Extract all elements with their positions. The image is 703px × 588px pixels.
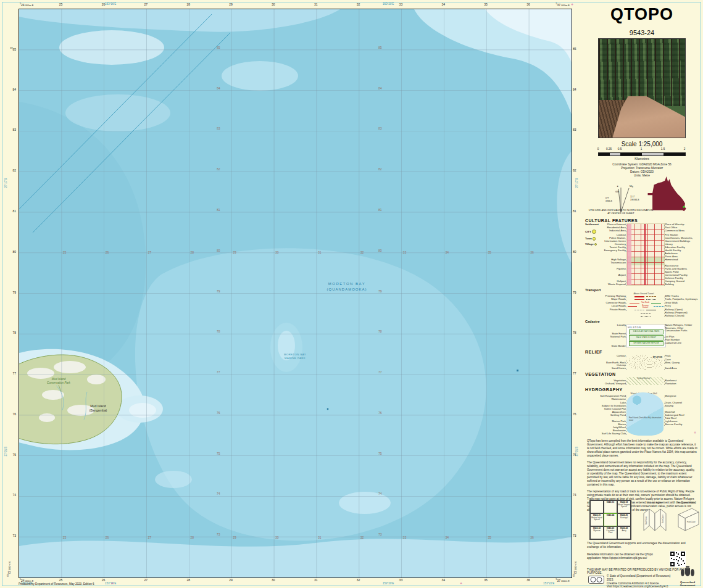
interior-grid-number: 79 bbox=[378, 289, 382, 293]
index-cell-current[interactable]: 9543-24 bbox=[604, 513, 617, 526]
adjacent-sheets-index: 9543-139543-12Mount Tempest Special9543-… bbox=[589, 500, 631, 540]
legend-heading-cadastre: Cadastre bbox=[585, 320, 699, 323]
index-cell[interactable]: 9543-21Kooringal bbox=[617, 513, 631, 526]
grid-label: 33 bbox=[399, 3, 403, 6]
graticule-label: 153°20'E bbox=[383, 582, 394, 586]
line-sample-trail bbox=[646, 299, 656, 300]
leader-line bbox=[626, 423, 627, 426]
interior-grid-number: 29 bbox=[233, 251, 236, 254]
leader-line bbox=[664, 230, 665, 232]
leader-line bbox=[626, 405, 627, 407]
legend-heading-relief: RELIEF bbox=[585, 350, 699, 354]
leader-line bbox=[626, 383, 627, 385]
interior-grid-number: 82 bbox=[378, 167, 382, 171]
index-cell[interactable]: 9543-31Bishop Island Special bbox=[590, 513, 604, 526]
leader-line bbox=[626, 298, 627, 300]
copyright-line: © State of Queensland (Department of Res… bbox=[607, 574, 675, 582]
interior-grid-number: 31 bbox=[318, 536, 322, 539]
leader-line bbox=[664, 336, 665, 338]
corner-easting-label: 537 000m E bbox=[556, 579, 570, 582]
leader-line bbox=[626, 379, 627, 382]
leader-line bbox=[626, 274, 627, 276]
legend-sample-cell bbox=[628, 308, 663, 310]
legend-right-label: Rescue Facility bbox=[665, 423, 699, 426]
legend-section-vegetation: VEGETATIONSparse DenseVegetationRainfore… bbox=[585, 372, 699, 386]
legend-heading-vegetation: VEGETATION bbox=[585, 372, 699, 376]
grid-label: 27 bbox=[144, 579, 148, 582]
grid-label: 26 bbox=[102, 3, 106, 6]
interior-grid-number: 85 bbox=[378, 46, 382, 49]
scale-unit: Kilometres bbox=[583, 157, 701, 160]
line-sample-railp bbox=[641, 313, 651, 313]
scale-bar-ticks: 00.250.511.52 bbox=[598, 147, 684, 151]
front-cover-label: Front Cover bbox=[662, 515, 664, 523]
grid-label: 74 bbox=[5, 494, 16, 497]
conservation-park-label: Mud Island bbox=[52, 378, 66, 381]
leader-line bbox=[626, 277, 627, 279]
legend-row: Waste DisposalBuilding bbox=[585, 283, 699, 286]
index-cell[interactable]: 9543-12Mount Tempest Special bbox=[617, 500, 631, 513]
index-cell[interactable]: 9543-13 bbox=[604, 500, 617, 513]
index-cell[interactable]: 9543-22Amity bbox=[617, 526, 631, 539]
legend-left-label: Settling Pond bbox=[598, 414, 626, 417]
front-cover-label: Front Cover bbox=[687, 521, 696, 523]
leader-line bbox=[664, 411, 665, 413]
grid-label: 27 bbox=[144, 3, 148, 6]
interior-grid-number: 81 bbox=[217, 208, 220, 212]
grid-label: 29 bbox=[229, 579, 233, 582]
scale-label: Scale 1:25,000 bbox=[583, 141, 701, 147]
legend-group-label: Town bbox=[585, 237, 598, 241]
interior-grid-number: 74 bbox=[378, 492, 382, 495]
index-cell[interactable]: 9543-23Cucumber Point bbox=[604, 526, 617, 539]
leader-line bbox=[626, 315, 627, 317]
grid-label: 81 bbox=[573, 210, 576, 213]
back-cover-label: Back Cover bbox=[645, 516, 647, 524]
leader-line bbox=[664, 246, 665, 249]
grid-label: 32 bbox=[357, 3, 360, 6]
grid-label: 81 bbox=[5, 210, 16, 213]
interior-grid-number: 25 bbox=[63, 251, 67, 254]
legend-right-label: Swamp bbox=[665, 405, 699, 408]
registration-mark: + bbox=[111, 581, 114, 586]
grid-label: 25 bbox=[59, 579, 63, 582]
legend-left-label: Waste Disposal bbox=[598, 283, 626, 286]
map-area[interactable]: 2525262627272828292930303131323233333434… bbox=[19, 9, 572, 578]
leader-line bbox=[626, 398, 627, 400]
interior-grid-number: 78 bbox=[217, 329, 220, 333]
conservation-park-label-2: Conservation Park bbox=[47, 381, 70, 384]
grid-label: 30 bbox=[272, 3, 275, 6]
grid-label: 28 bbox=[186, 3, 190, 6]
interior-grid-number: 85 bbox=[217, 46, 220, 49]
grid-label: 36 bbox=[526, 3, 530, 6]
interior-grid-number: 74 bbox=[217, 492, 220, 495]
leader-line bbox=[664, 223, 665, 226]
leader-line bbox=[626, 355, 627, 357]
corner-easting-label: 524 000m E bbox=[20, 3, 33, 7]
production-note: Produced by Department of Resources, May… bbox=[19, 582, 94, 586]
leader-line bbox=[626, 408, 627, 410]
grid-label: 30 bbox=[272, 579, 275, 582]
legend-left-label: Sand Dunes bbox=[598, 367, 626, 370]
interior-grid-number: 80 bbox=[217, 249, 220, 252]
grid-label: 80 bbox=[573, 251, 576, 254]
grid-label: 85 bbox=[573, 48, 576, 51]
index-cell[interactable] bbox=[590, 500, 604, 513]
grid-label: 82 bbox=[5, 169, 16, 172]
interior-grid-number: 73 bbox=[378, 532, 382, 536]
line-sample-connector bbox=[630, 303, 639, 304]
grid-label: 25 bbox=[59, 3, 63, 6]
corner-easting-label: 524 000m E bbox=[20, 579, 33, 582]
grid-label: 82 bbox=[573, 169, 576, 172]
map-canvas: 2525262627272828292930303131323233333434… bbox=[19, 9, 572, 578]
leader-line bbox=[626, 414, 627, 416]
qld-gov-wordmark: Queensland Government bbox=[677, 581, 698, 587]
interior-grid-number: 28 bbox=[190, 536, 194, 539]
marine-park-label: MORETON BAY bbox=[284, 353, 306, 356]
copyright-line[interactable]: Visit https://creativecommons.org/licens… bbox=[607, 585, 675, 588]
legend-left-label: Locality bbox=[598, 324, 626, 327]
leader-line bbox=[664, 429, 665, 431]
declination-caption: UTM GRID AND 2023 MAGNETIC NORTH DECLINA… bbox=[587, 209, 655, 215]
interior-grid-number: 33 bbox=[403, 251, 407, 254]
index-cell[interactable]: 9543-32Wynnum bbox=[590, 526, 604, 539]
legend-row: LocalityNature Refuges, Timber Reserves,… bbox=[585, 324, 699, 333]
